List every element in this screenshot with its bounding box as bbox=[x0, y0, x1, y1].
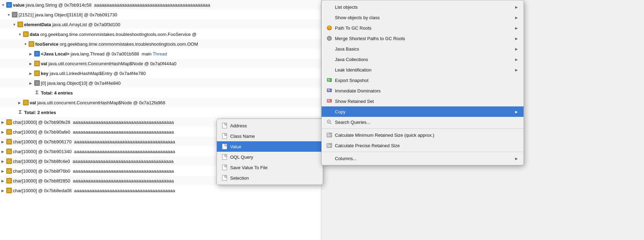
expand-icon[interactable]: ▶ bbox=[1, 130, 6, 134]
expand-icon[interactable]: ▼ bbox=[7, 13, 12, 17]
submenu-arrow: ▶ bbox=[515, 68, 518, 72]
tree-row[interactable]: ▶ □ key java.util.LinkedHashMap$Entry @ … bbox=[0, 68, 321, 78]
obj-icon: □ bbox=[34, 61, 40, 66]
obj-icon: □ bbox=[6, 139, 12, 144]
search-icon bbox=[326, 119, 333, 126]
menu-item-leak-identification[interactable]: Leak Identification ▶ bbox=[322, 65, 524, 75]
copy-submenu: Address Class Name Value OQL Query Save … bbox=[217, 119, 323, 185]
merge-icon bbox=[326, 35, 333, 42]
expand-icon[interactable]: ▼ bbox=[1, 3, 6, 7]
menu-item-list-objects[interactable]: List objects ▶ bbox=[322, 2, 524, 12]
expand-icon[interactable]: ▶ bbox=[1, 159, 6, 163]
submenu-arrow: ▶ bbox=[515, 47, 518, 51]
expand-icon[interactable]: ▼ bbox=[24, 42, 29, 46]
obj-icon: □ bbox=[34, 80, 40, 86]
row-text: char[10000] @ 0x7bb8f2850 aaaaaaaaaaaaaa… bbox=[13, 178, 174, 183]
tree-row[interactable]: ▶ □ val java.util.concurrent.ConcurrentH… bbox=[0, 59, 321, 68]
row-text: elementData java.util.ArrayList @ 0x7a0f… bbox=[24, 22, 120, 27]
menu-label-address: Address bbox=[230, 123, 317, 128]
doc-icon-value bbox=[221, 143, 228, 150]
svg-rect-6 bbox=[328, 79, 330, 80]
svg-point-1 bbox=[328, 27, 331, 29]
menu-item-immediate-dominators[interactable]: Immediate Dominators bbox=[322, 85, 524, 96]
row-text: char[10000] @ 0x7bb90fe28 aaaaaaaaaaaaaa… bbox=[13, 120, 174, 125]
svg-rect-7 bbox=[328, 80, 330, 81]
menu-item-calc-precise[interactable]: Calculate Precise Retained Size bbox=[322, 140, 524, 151]
menu-label-search: Search Queries... bbox=[335, 120, 518, 125]
menu-item-merge-shortest[interactable]: Merge Shortest Paths to GC Roots ▶ bbox=[322, 33, 524, 44]
menu-item-calc-min[interactable]: Calculate Minimum Retained Size (quick a… bbox=[322, 130, 524, 140]
menu-label-dominators: Immediate Dominators bbox=[335, 88, 518, 93]
menu-item-search-queries[interactable]: Search Queries... bbox=[322, 117, 524, 127]
menu-label-list-objects: List objects bbox=[335, 5, 515, 10]
menu-item-selection[interactable]: Selection bbox=[217, 173, 323, 183]
obj-icon: □ bbox=[6, 158, 12, 164]
tree-row[interactable]: ▶ □ val java.util.concurrent.ConcurrentH… bbox=[0, 98, 321, 107]
menu-item-java-basics[interactable]: Java Basics ▶ bbox=[322, 44, 524, 54]
expand-icon[interactable]: ▼ bbox=[13, 23, 17, 27]
total-entries-2: Total: 2 entries bbox=[24, 110, 56, 115]
menu-item-show-retained[interactable]: Show Retained Set bbox=[322, 96, 524, 106]
menu-item-address[interactable]: Address bbox=[217, 120, 323, 131]
expand-icon[interactable]: ▶ bbox=[29, 72, 34, 75]
tree-row[interactable]: ▼ □ [21521] java.lang.Object[31618] @ 0x… bbox=[0, 10, 321, 20]
expand-icon[interactable]: ▶ bbox=[1, 150, 6, 153]
menu-item-value[interactable]: Value bbox=[217, 141, 323, 152]
obj-icon: □ bbox=[34, 70, 40, 76]
obj-icon: □ bbox=[6, 188, 12, 193]
sigma-icon: Σ bbox=[17, 110, 23, 115]
expand-icon[interactable]: ▶ bbox=[1, 179, 6, 183]
expand-icon[interactable]: ▶ bbox=[29, 62, 34, 66]
menu-label-java-basics: Java Basics bbox=[335, 46, 515, 52]
expand-icon[interactable]: ▶ bbox=[29, 81, 34, 85]
tree-row[interactable]: ▶ □ <Java Local> java.lang.Thread @ 0x7a… bbox=[0, 49, 321, 59]
menu-label-show-by-class: Show objects by class bbox=[335, 15, 515, 20]
row-text: char[10000] @ 0x7bb8eda08 aaaaaaaaaaaaaa… bbox=[13, 188, 175, 193]
tree-row[interactable]: ▼ □ value java.lang.String @ 0x7bb914c58… bbox=[0, 0, 321, 10]
menu-label-java-collections: Java Collections bbox=[335, 57, 515, 62]
obj-icon: □ bbox=[6, 178, 12, 183]
menu-item-java-collections[interactable]: Java Collections ▶ bbox=[322, 54, 524, 65]
tree-row[interactable]: ▶ □ char[10000] @ 0x7bb8eda08 aaaaaaaaaa… bbox=[0, 186, 321, 195]
expand-icon[interactable]: ▶ bbox=[1, 140, 6, 144]
menu-item-path-gc[interactable]: Path To GC Roots ▶ bbox=[322, 23, 524, 33]
list-icon bbox=[326, 3, 333, 10]
row-text: key java.util.LinkedHashMap$Entry @ 0x7a… bbox=[41, 71, 146, 76]
menu-label-copy: Copy bbox=[335, 109, 515, 114]
submenu-arrow: ▶ bbox=[515, 5, 518, 9]
svg-rect-13 bbox=[328, 100, 330, 100]
svg-rect-14 bbox=[328, 101, 330, 102]
obj-icon: □ bbox=[12, 12, 17, 17]
expand-icon[interactable]: ▼ bbox=[18, 32, 23, 36]
tree-row[interactable]: ▼ □ fooService org.geekbang.time.commonm… bbox=[0, 39, 321, 49]
expand-icon[interactable]: ▶ bbox=[18, 101, 23, 105]
expand-icon[interactable]: ▶ bbox=[1, 120, 6, 124]
tree-row[interactable]: ▼ □ data org.geekbang.time.commonmistake… bbox=[0, 29, 321, 39]
obj-icon: □ bbox=[17, 22, 23, 27]
row-text: [21521] java.lang.Object[31618] @ 0x7bb0… bbox=[19, 12, 117, 17]
tree-row[interactable]: ▶ □ [0] java.lang.Object[10] @ 0x7a4f4e8… bbox=[0, 78, 321, 88]
menu-item-show-by-class[interactable]: Show objects by class ▶ bbox=[322, 12, 524, 23]
copy-icon bbox=[326, 108, 333, 115]
menu-separator bbox=[322, 128, 524, 129]
menu-item-class-name[interactable]: Class Name bbox=[217, 131, 323, 141]
menu-label-calc-precise: Calculate Precise Retained Size bbox=[335, 143, 518, 148]
doc-icon-selection bbox=[221, 174, 228, 181]
total-entries: Total: 4 entries bbox=[41, 90, 73, 96]
expand-icon[interactable]: ▶ bbox=[29, 52, 34, 56]
row-text: data org.geekbang.time.commonmistakes.tr… bbox=[30, 32, 197, 37]
submenu-arrow: ▶ bbox=[515, 157, 518, 160]
menu-item-export-snapshot[interactable]: Export Snapshot bbox=[322, 75, 524, 85]
menu-item-save-value[interactable]: Save Value To File bbox=[217, 162, 323, 173]
tree-row[interactable]: ▼ □ elementData java.util.ArrayList @ 0x… bbox=[0, 20, 321, 29]
expand-icon bbox=[13, 111, 17, 114]
menu-item-copy[interactable]: Copy ▶ bbox=[322, 106, 524, 117]
obj-icon: □ bbox=[6, 2, 12, 8]
main-context-menu: List objects ▶ Show objects by class ▶ P… bbox=[321, 0, 524, 165]
menu-label-retained: Show Retained Set bbox=[335, 99, 518, 104]
menu-item-columns[interactable]: Columns... ▶ bbox=[322, 153, 524, 164]
expand-icon[interactable]: ▶ bbox=[1, 169, 6, 173]
menu-item-oql-query[interactable]: OQL Query bbox=[217, 152, 323, 162]
expand-icon[interactable]: ▶ bbox=[1, 189, 6, 193]
row-text: value java.lang.String @ 0x7bb914c58 aaa… bbox=[13, 2, 210, 8]
